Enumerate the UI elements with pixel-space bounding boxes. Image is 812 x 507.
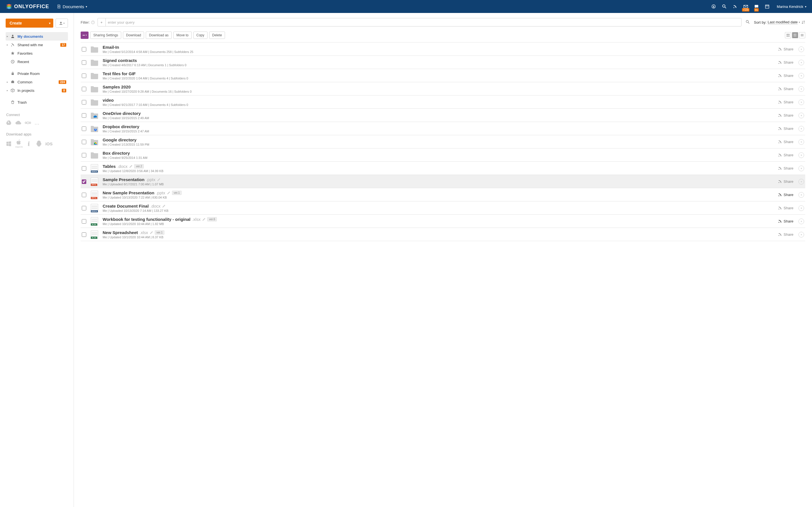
sidebar-item-in-projects[interactable]: ▸In projects8 — [6, 86, 68, 95]
create-button[interactable]: Create ▾ — [6, 18, 53, 27]
sidebar-item-my-documents[interactable]: ▸My documents — [6, 32, 68, 41]
row-menu-button[interactable]: ▾ — [799, 179, 804, 184]
pencil-icon[interactable] — [167, 191, 170, 194]
sidebar-item-trash[interactable]: Trash — [6, 98, 68, 107]
filter-add-button[interactable]: + — [98, 18, 106, 26]
file-row[interactable]: DOCXCreate Document Final.docxMe | Uploa… — [81, 202, 805, 215]
search-icon[interactable] — [721, 4, 727, 9]
file-checkbox[interactable] — [82, 232, 86, 237]
file-checkbox[interactable] — [82, 47, 86, 52]
share-button[interactable]: Share — [778, 60, 794, 64]
logo[interactable]: ONLYOFFICE — [6, 3, 49, 10]
row-menu-button[interactable]: ▾ — [799, 100, 804, 105]
row-menu-button[interactable]: ▾ — [799, 166, 804, 171]
copy-button[interactable]: Copy — [193, 32, 207, 39]
filter-input[interactable] — [106, 20, 741, 24]
chat-icon[interactable]: 91 — [754, 4, 759, 9]
share-button[interactable]: Share — [778, 153, 794, 157]
feed-icon[interactable] — [732, 4, 738, 9]
upload-button[interactable]: ▾ — [56, 18, 68, 27]
user-menu[interactable]: Marina Kendrick ▾ — [777, 4, 806, 9]
help-icon[interactable]: ? — [91, 20, 95, 24]
nextcloud-icon[interactable] — [25, 120, 31, 126]
pencil-icon[interactable] — [202, 218, 206, 221]
calendar-icon[interactable] — [764, 4, 770, 9]
pencil-icon[interactable] — [157, 178, 160, 181]
file-checkbox[interactable] — [82, 100, 86, 105]
file-row[interactable]: OneDrive directoryMe | Created 10/15/201… — [81, 109, 805, 122]
file-row[interactable]: PPTXSample Presentation.pptxMe | Uploade… — [81, 175, 805, 188]
share-button[interactable]: Share — [778, 126, 794, 131]
row-menu-button[interactable]: ▾ — [799, 219, 804, 224]
sort-direction-icon[interactable] — [801, 20, 805, 24]
share-button[interactable]: Share — [778, 193, 794, 197]
file-row[interactable]: Dropbox directoryMe | Created 10/15/2015… — [81, 122, 805, 135]
view-list-detail-icon[interactable] — [792, 32, 798, 38]
sort-control[interactable]: Sort by: Last modified date ▾ — [754, 20, 805, 24]
file-checkbox[interactable] — [82, 126, 86, 131]
file-row[interactable]: PPTXNew Sample Presentation.pptxver.1Me … — [81, 188, 805, 202]
sidebar-item-favorites[interactable]: Favorites — [6, 49, 68, 57]
share-button[interactable]: Share — [778, 47, 794, 51]
share-button[interactable]: Share — [778, 206, 794, 210]
file-row[interactable]: Box directoryMe | Created 9/25/2014 1:31… — [81, 149, 805, 162]
file-checkbox[interactable] — [82, 140, 86, 144]
delete-button[interactable]: Delete — [209, 32, 225, 39]
view-compact-icon[interactable] — [799, 32, 805, 38]
file-checkbox[interactable] — [82, 113, 86, 118]
pencil-icon[interactable] — [162, 205, 165, 208]
nav-documents[interactable]: Documents ▾ — [57, 4, 87, 9]
file-row[interactable]: videoMe | Created 9/21/2017 7:10 AM | Do… — [81, 96, 805, 109]
row-menu-button[interactable]: ▾ — [799, 152, 804, 158]
gdrive-icon[interactable] — [6, 120, 12, 126]
file-checkbox[interactable] — [82, 166, 86, 171]
pencil-icon[interactable] — [129, 165, 133, 168]
row-menu-button[interactable]: ▾ — [799, 126, 804, 131]
share-button[interactable]: Share — [778, 166, 794, 170]
sidebar-item-recent[interactable]: Recent — [6, 57, 68, 66]
android-icon[interactable] — [36, 140, 42, 147]
download-button[interactable]: Download — [123, 32, 144, 39]
file-checkbox[interactable] — [82, 219, 86, 224]
sidebar-item-shared-with-me[interactable]: ▸Shared with me17 — [6, 41, 68, 49]
file-row[interactable]: Samples 2020Me | Created 10/27/2020 9:28… — [81, 82, 805, 96]
move-to-button[interactable]: Move to — [173, 32, 192, 39]
share-button[interactable]: Share — [778, 100, 794, 104]
gift-icon[interactable]: $ — [711, 4, 716, 9]
row-menu-button[interactable]: ▾ — [799, 60, 804, 65]
file-row[interactable]: DOCXTables.docxver.2Me | Updated 12/8/20… — [81, 162, 805, 175]
linux-icon[interactable] — [26, 140, 33, 147]
file-row[interactable]: XLSXNew Spreadsheet.xlsxver.1Me | Update… — [81, 228, 805, 241]
row-menu-button[interactable]: ▾ — [799, 192, 804, 198]
search-button[interactable] — [744, 20, 751, 25]
pencil-icon[interactable] — [150, 231, 153, 234]
row-menu-button[interactable]: ▾ — [799, 86, 804, 92]
share-button[interactable]: Share — [778, 113, 794, 117]
sort-value[interactable]: Last modified date — [768, 20, 798, 24]
ios-icon[interactable]: iOS — [45, 142, 53, 146]
row-menu-button[interactable]: ▾ — [799, 232, 804, 237]
row-menu-button[interactable]: ▾ — [799, 73, 804, 78]
file-checkbox[interactable] — [82, 153, 86, 158]
file-row[interactable]: Google directoryMe | Created 1/13/2015 1… — [81, 135, 805, 149]
file-row[interactable]: XLSXWorkbook for testing functionality -… — [81, 215, 805, 228]
macos-icon[interactable]: macOS — [15, 139, 23, 148]
more-icon[interactable]: … — [35, 120, 40, 126]
file-checkbox[interactable] — [82, 73, 86, 78]
row-menu-button[interactable]: ▾ — [799, 113, 804, 118]
share-button[interactable]: Share — [778, 87, 794, 91]
file-checkbox[interactable] — [82, 206, 86, 210]
share-button[interactable]: Share — [778, 232, 794, 237]
row-menu-button[interactable]: ▾ — [799, 139, 804, 145]
share-button[interactable]: Share — [778, 73, 794, 78]
row-menu-button[interactable]: ▾ — [799, 47, 804, 52]
file-checkbox[interactable] — [82, 179, 86, 184]
share-button[interactable]: Share — [778, 140, 794, 144]
file-row[interactable]: Email-InMe | Created 5/12/2014 4:58 AM |… — [81, 43, 805, 56]
share-button[interactable]: Share — [778, 219, 794, 223]
file-checkbox[interactable] — [82, 193, 86, 197]
windows-icon[interactable] — [6, 140, 12, 147]
download-as-button[interactable]: Download as — [146, 32, 171, 39]
mail-icon[interactable]: >100 — [743, 4, 749, 9]
file-row[interactable]: Test files for GIFMe | Created 10/2/2020… — [81, 69, 805, 82]
